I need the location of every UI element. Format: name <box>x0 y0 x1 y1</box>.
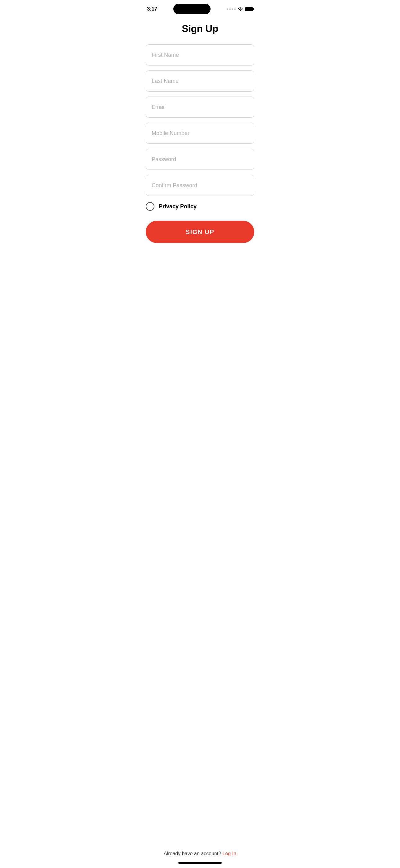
page-title: Sign Up <box>146 23 254 34</box>
signal-icon <box>227 8 236 10</box>
status-indicators <box>227 7 253 11</box>
email-input[interactable] <box>146 97 254 118</box>
first-name-input[interactable] <box>146 44 254 65</box>
signup-button[interactable]: SIGN UP <box>146 221 254 243</box>
privacy-policy-row: Privacy Policy <box>146 202 254 211</box>
wifi-icon <box>237 7 243 11</box>
status-bar: 3:17 <box>139 0 261 17</box>
last-name-input[interactable] <box>146 70 254 92</box>
svg-point-0 <box>240 10 241 11</box>
password-input[interactable] <box>146 149 254 170</box>
privacy-policy-label: Privacy Policy <box>159 203 197 210</box>
mobile-input[interactable] <box>146 123 254 144</box>
dynamic-island <box>173 4 210 14</box>
status-time: 3:17 <box>147 6 157 12</box>
privacy-policy-checkbox[interactable] <box>146 202 155 211</box>
battery-icon <box>245 7 253 11</box>
confirm-password-input[interactable] <box>146 175 254 196</box>
signup-form: Privacy Policy SIGN UP <box>146 44 254 243</box>
page-content: Sign Up Privacy Policy SIGN UP <box>139 17 261 255</box>
